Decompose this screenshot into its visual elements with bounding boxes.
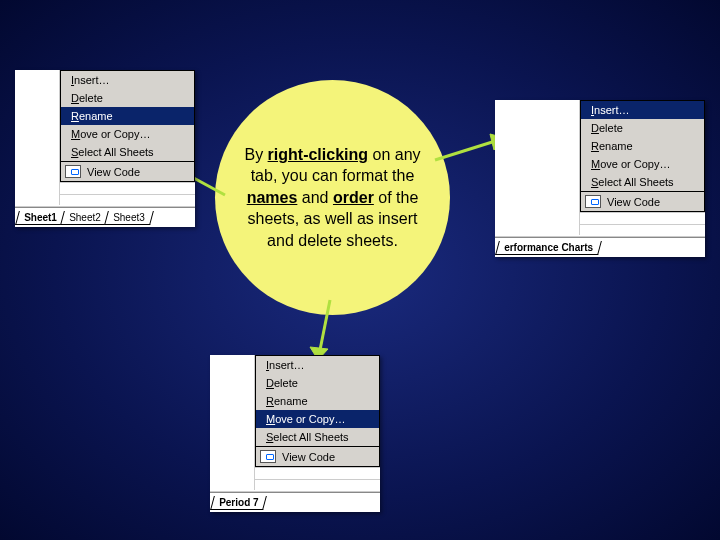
sheet-tab-strip: Period 7 — [210, 492, 380, 512]
menu-item-delete[interactable]: Delete — [581, 119, 704, 137]
spreadsheet-gutter — [15, 70, 60, 205]
sheet-tab[interactable]: Sheet2 — [60, 211, 109, 225]
menu-item-move-or-copy[interactable]: Move or Copy… — [61, 125, 194, 143]
callout-text-part: By — [244, 146, 267, 163]
spreadsheet-gutter — [495, 100, 580, 235]
sheet-context-menu: Insert… Delete Rename Move or Copy… Sele… — [580, 100, 705, 192]
menu-item-insert[interactable]: Insert… — [61, 71, 194, 89]
menu-item-insert[interactable]: Insert… — [256, 356, 379, 374]
menu-item-rename[interactable]: Rename — [581, 137, 704, 155]
menu-item-insert[interactable]: Insert… — [581, 101, 704, 119]
menu-item-view-code[interactable]: View Code — [255, 447, 380, 467]
context-menu-panel-insert: Insert… Delete Rename Move or Copy… Sele… — [495, 100, 705, 257]
menu-item-select-all-sheets[interactable]: Select All Sheets — [256, 428, 379, 446]
callout-bubble: By right-clicking on any tab, you can fo… — [215, 80, 450, 315]
menu-item-rename[interactable]: Rename — [256, 392, 379, 410]
context-menu-panel-rename: Insert… Delete Rename Move or Copy… Sele… — [15, 70, 195, 227]
menu-item-view-code[interactable]: View Code — [60, 162, 195, 182]
sheet-tab[interactable]: Period 7 — [210, 496, 267, 510]
sheet-context-menu: Insert… Delete Rename Move or Copy… Sele… — [60, 70, 195, 162]
menu-item-view-code[interactable]: View Code — [580, 192, 705, 212]
menu-item-select-all-sheets[interactable]: Select All Sheets — [61, 143, 194, 161]
sheet-tab[interactable]: erformance Charts — [495, 241, 602, 255]
callout-bold-names: names — [247, 189, 298, 206]
sheet-context-menu: Insert… Delete Rename Move or Copy… Sele… — [255, 355, 380, 447]
menu-item-rename[interactable]: Rename — [61, 107, 194, 125]
callout-text: By right-clicking on any tab, you can fo… — [243, 144, 422, 252]
callout-bold-rightclick: right-clicking — [268, 146, 368, 163]
callout-text-part: and — [297, 189, 333, 206]
menu-item-move-or-copy[interactable]: Move or Copy… — [581, 155, 704, 173]
sheet-tab[interactable]: Sheet3 — [104, 211, 153, 225]
view-code-icon — [65, 165, 81, 178]
spreadsheet-gutter — [210, 355, 255, 490]
menu-item-delete[interactable]: Delete — [256, 374, 379, 392]
view-code-icon — [260, 450, 276, 463]
sheet-tab-strip: Sheet1 Sheet2 Sheet3 — [15, 207, 195, 227]
context-menu-panel-move: Insert… Delete Rename Move or Copy… Sele… — [210, 355, 380, 512]
sheet-tab-strip: erformance Charts — [495, 237, 705, 257]
menu-item-delete[interactable]: Delete — [61, 89, 194, 107]
menu-item-move-or-copy[interactable]: Move or Copy… — [256, 410, 379, 428]
sheet-tab[interactable]: Sheet1 — [15, 211, 66, 225]
menu-item-select-all-sheets[interactable]: Select All Sheets — [581, 173, 704, 191]
callout-bold-order: order — [333, 189, 374, 206]
view-code-icon — [585, 195, 601, 208]
